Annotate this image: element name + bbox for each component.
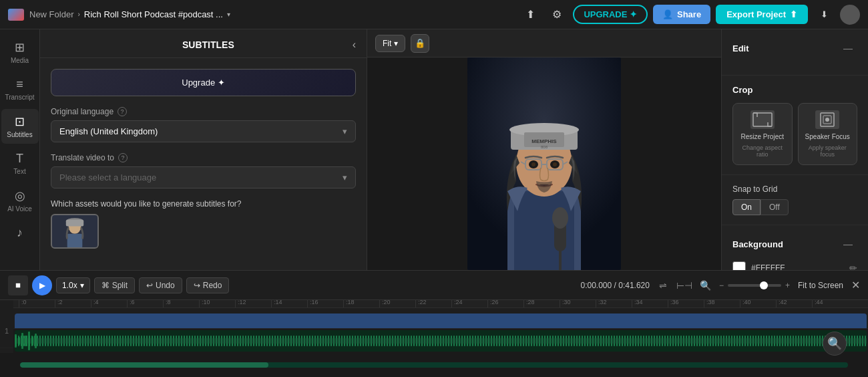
eyedropper-button[interactable]: ✏	[849, 263, 857, 270]
ruler-mark-40: :40	[740, 300, 776, 308]
subtitles-panel: SUBTITLES ‹ Upgrade ✦ Original language …	[40, 29, 367, 270]
speaker-focus-option[interactable]: Speaker Focus Apply speaker focus	[798, 103, 858, 165]
ruler-mark-14: :14	[271, 300, 307, 308]
transcript-icon: ≡	[16, 78, 23, 92]
original-language-help-icon[interactable]: ?	[118, 107, 127, 116]
bg-color-swatch[interactable]	[732, 261, 746, 270]
resize-project-option[interactable]: Resize Project Change aspect ratio	[732, 103, 793, 165]
fit-dropdown[interactable]: Fit ▾	[375, 35, 405, 52]
snap-off-button[interactable]: Off	[761, 199, 789, 215]
upgrade-button[interactable]: UPGRADE ✦	[573, 5, 648, 24]
translate-help-icon[interactable]: ?	[118, 153, 128, 162]
app-logo	[8, 9, 24, 21]
video-track[interactable]	[13, 308, 868, 329]
original-language-label: Original language ?	[51, 107, 356, 116]
settings-icon-button[interactable]: ⚙	[546, 4, 568, 25]
upgrade-main-button[interactable]: Upgrade ✦	[51, 69, 356, 96]
search-button[interactable]: 🔍	[823, 332, 847, 356]
music-icon: ♪	[17, 226, 23, 240]
svg-rect-3	[66, 220, 83, 226]
svg-rect-36	[15, 334, 17, 348]
original-language-value: English (United Kingdom)	[59, 126, 158, 136]
share-button[interactable]: 👤 Share	[653, 5, 710, 24]
download-button[interactable]: ⬇	[813, 4, 835, 25]
video-frame: MEMPHIS 808	[467, 57, 621, 270]
split-button[interactable]: ⌘ Split	[94, 277, 135, 293]
translate-chevron: ▾	[343, 172, 347, 182]
export-button[interactable]: Export Project ⬆	[716, 5, 808, 24]
split-icon: ⌘	[101, 281, 110, 290]
ruler-mark-28: :28	[523, 300, 560, 308]
svg-text:808: 808	[541, 145, 548, 149]
speed-selector[interactable]: 1.0x ▾	[56, 277, 90, 293]
timeline-close-button[interactable]: ✕	[851, 279, 860, 291]
track-number-1: 1	[0, 313, 13, 348]
snap-on-button[interactable]: On	[732, 199, 761, 215]
resize-label: Resize Project	[741, 133, 784, 140]
svg-rect-35	[15, 338, 867, 344]
search-icon: 🔍	[827, 336, 842, 351]
split-tracks-icon-button[interactable]: ⇌	[654, 276, 672, 295]
breadcrumb-file[interactable]: Rich Roll Short Podcast #podcast ...	[84, 9, 223, 19]
fit-to-screen-button[interactable]: Fit to Screen	[794, 278, 847, 293]
translate-select[interactable]: Please select a language ▾	[51, 166, 356, 188]
sidebar-item-subtitles[interactable]: ⊡ Subtitles	[1, 109, 39, 144]
resize-icon	[750, 110, 775, 129]
bg-minimize-button[interactable]: —	[839, 235, 857, 253]
stop-icon: ■	[15, 280, 21, 290]
upload-icon-button[interactable]: ⬆	[519, 4, 541, 25]
sidebar-item-music[interactable]: ♪	[1, 221, 39, 247]
panel-header: SUBTITLES ‹	[40, 29, 367, 58]
crop-options: Resize Project Change aspect ratio Speak…	[732, 103, 857, 165]
timeline-area: ■ ▶ 1.0x ▾ ⌘ Split ↩ Undo ↪ Redo 0:00.00…	[0, 270, 868, 377]
main-area: ⊞ Media ≡ Transcript ⊡ Subtitles T Text …	[0, 29, 868, 270]
original-language-select[interactable]: English (United Kingdom) ▾	[51, 120, 356, 142]
asset-thumbnail[interactable]	[51, 214, 99, 249]
translate-label: Translate video to ?	[51, 153, 356, 162]
ruler-mark-2: :2	[55, 300, 91, 308]
sidebar-item-transcript[interactable]: ≡ Transcript	[1, 72, 39, 106]
preview-canvas: MEMPHIS 808	[367, 57, 721, 270]
fit-chevron: ▾	[394, 39, 398, 48]
ruler-mark-44: :44	[812, 300, 848, 308]
sidebar-item-ai-voice[interactable]: ◎ AI Voice	[1, 183, 39, 218]
breadcrumb-sep1: ›	[77, 11, 79, 18]
speaker-focus-icon	[815, 110, 839, 129]
ruler-mark-4: :4	[91, 300, 127, 308]
user-avatar[interactable]	[840, 5, 860, 25]
track-numbers: 1	[0, 300, 13, 353]
play-button[interactable]: ▶	[32, 275, 52, 295]
undo-icon: ↩	[146, 281, 153, 290]
sidebar-item-media[interactable]: ⊞ Media	[1, 35, 39, 70]
breadcrumb-folder[interactable]: New Folder	[29, 9, 73, 19]
share-icon: 👤	[662, 9, 673, 19]
stop-button[interactable]: ■	[8, 275, 28, 295]
sidebar-item-media-label: Media	[11, 57, 29, 64]
timeline-tracks-area: :0 :2 :4 :6 :8 :10 :12 :14 :16 :18 :20 :…	[13, 300, 868, 353]
edit-minimize-button[interactable]: —	[839, 39, 857, 57]
timeline-time-display: 0:00.000 / 0:41.620	[580, 281, 649, 290]
lock-button[interactable]: 🔒	[411, 34, 429, 53]
zoom-out-icon-button[interactable]: 🔍	[696, 276, 715, 295]
ruler-mark-36: :36	[668, 300, 704, 308]
ruler-mark-10: :10	[199, 300, 235, 308]
undo-button[interactable]: ↩ Undo	[139, 277, 182, 293]
ruler-mark-22: :22	[415, 300, 451, 308]
breadcrumb: New Folder › Rich Roll Short Podcast #po…	[29, 9, 230, 19]
breadcrumb-chevron[interactable]: ▾	[227, 11, 230, 18]
trim-icon-button[interactable]: ⊢⊣	[675, 276, 694, 295]
redo-button[interactable]: ↪ Redo	[186, 277, 230, 293]
sidebar-item-text[interactable]: T Text	[1, 146, 39, 180]
svg-point-24	[531, 162, 535, 166]
timeline-scroll-fill	[20, 362, 268, 368]
timeline-icons: ⇌ ⊢⊣ 🔍	[654, 276, 715, 295]
ruler-mark-24: :24	[451, 300, 487, 308]
zoom-slider[interactable]	[728, 284, 781, 287]
timeline-scroll-bar[interactable]	[20, 362, 848, 368]
ruler-mark-6: :6	[127, 300, 163, 308]
assets-section: Which assets would you like to generate …	[51, 199, 356, 249]
panel-collapse-button[interactable]: ‹	[353, 39, 356, 51]
ai-voice-icon: ◎	[15, 188, 25, 203]
zoom-controls: − +	[719, 281, 790, 290]
fit-label: Fit	[383, 39, 391, 48]
